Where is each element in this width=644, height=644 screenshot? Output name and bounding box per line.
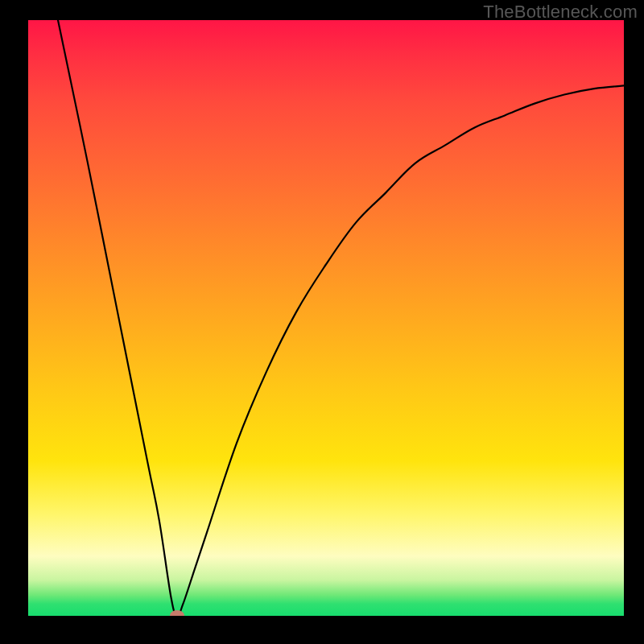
plot-area	[28, 20, 624, 616]
minimum-marker-dot	[170, 610, 184, 616]
watermark-text: TheBottleneck.com	[483, 2, 638, 23]
chart-frame: TheBottleneck.com	[0, 0, 644, 644]
bottleneck-curve	[28, 20, 624, 616]
